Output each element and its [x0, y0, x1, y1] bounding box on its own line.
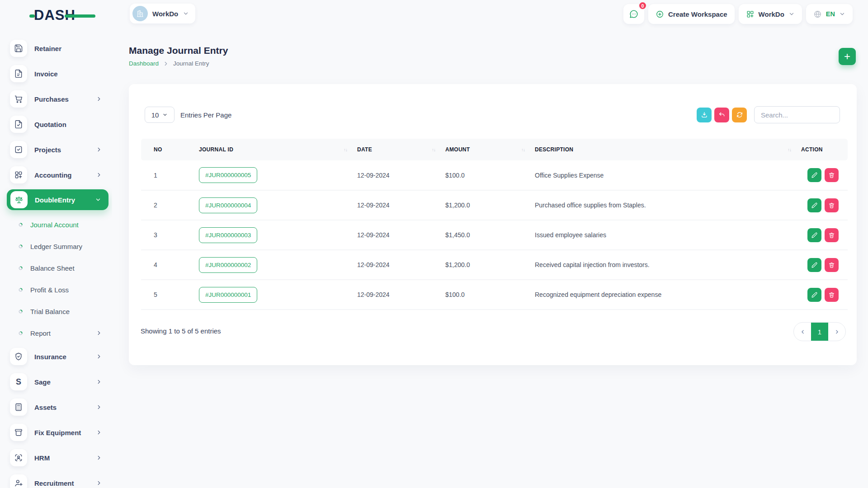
- sidebar-item-purchases[interactable]: Purchases: [0, 86, 112, 112]
- donut-icon: [18, 222, 23, 227]
- delete-button[interactable]: [825, 198, 839, 212]
- edit-button[interactable]: [807, 288, 821, 302]
- grid-plus-icon: [746, 10, 755, 19]
- sort-icon[interactable]: ↑↓: [432, 147, 435, 152]
- sidebar-item-invoice[interactable]: Invoice: [0, 61, 112, 86]
- add-journal-entry-button[interactable]: +: [839, 48, 856, 65]
- sidebar-item-label: Accounting: [34, 171, 72, 179]
- row-date: 12-09-2024: [357, 190, 445, 220]
- donut-icon: [18, 309, 23, 314]
- workspace-avatar: [132, 6, 148, 21]
- sort-icon[interactable]: ↑↓: [788, 147, 791, 152]
- table-row: 5#JUR00000000112-09-2024$100.0Recognized…: [141, 280, 848, 310]
- language-selector[interactable]: EN: [806, 4, 853, 24]
- chevron-down-icon: [788, 11, 795, 17]
- pencil-icon: [811, 262, 818, 268]
- journal-id-badge[interactable]: #JUR000000002: [199, 257, 257, 273]
- sidebar-item-accounting[interactable]: Accounting: [0, 162, 112, 188]
- column-header-journal-id[interactable]: JOURNAL ID↑↓: [199, 139, 357, 160]
- entries-per-page-select[interactable]: 10: [145, 107, 175, 123]
- sidebar-item-label: Journal Account: [30, 221, 79, 229]
- journal-id-badge[interactable]: #JUR000000005: [199, 167, 257, 183]
- sort-icon[interactable]: ↑↓: [521, 147, 525, 152]
- sidebar-item-hrm[interactable]: HRM: [0, 445, 112, 470]
- workspace-switcher[interactable]: WorkDo: [130, 4, 195, 23]
- sidebar-item-recruitment[interactable]: Recruitment: [0, 470, 112, 488]
- page-title: Manage Journal Entry: [129, 45, 228, 56]
- pagination-page-1[interactable]: 1: [811, 323, 828, 341]
- sidebar-item-retainer[interactable]: Retainer: [0, 36, 112, 61]
- chevron-right-icon: [96, 353, 102, 360]
- sidebar-item-assets[interactable]: Assets: [0, 394, 112, 420]
- journal-id-badge[interactable]: #JUR000000003: [199, 227, 257, 243]
- sidebar-item-label: Fix Equipment: [34, 429, 81, 436]
- row-no: 1: [141, 160, 199, 190]
- sidebar-item-quotation[interactable]: Quotation: [0, 112, 112, 137]
- chevron-down-icon: [95, 197, 101, 203]
- sidebar-item-ledger-summary[interactable]: Ledger Summary: [0, 235, 112, 257]
- row-date: 12-09-2024: [357, 280, 445, 310]
- sidebar-item-journal-account[interactable]: Journal Account: [0, 214, 112, 235]
- journal-entry-card: 10 Entries Per Page NOJOURNAL ID↑↓DATE↑↓…: [129, 84, 857, 365]
- journal-id-badge[interactable]: #JUR000000004: [199, 197, 257, 213]
- apps-menu-button[interactable]: WorkDo: [739, 4, 802, 24]
- sidebar-item-label: Ledger Summary: [30, 243, 82, 250]
- table-row: 2#JUR00000000412-09-2024$1,200.0Purchase…: [141, 190, 848, 220]
- chevron-right-icon: [96, 455, 102, 461]
- entries-per-page-label: Entries Per Page: [180, 111, 231, 119]
- edit-button[interactable]: [807, 168, 821, 182]
- column-header-date[interactable]: DATE↑↓: [357, 139, 445, 160]
- delete-button[interactable]: [825, 288, 839, 302]
- chat-icon: [629, 9, 639, 19]
- breadcrumb: Dashboard Journal Entry: [129, 60, 209, 67]
- breadcrumb-dashboard-link[interactable]: Dashboard: [129, 60, 159, 67]
- donut-icon: [18, 331, 23, 336]
- pagination-next-button[interactable]: [828, 323, 845, 341]
- row-amount: $1,450.0: [445, 220, 535, 250]
- delete-button[interactable]: [825, 258, 839, 272]
- trash-icon: [828, 232, 835, 239]
- edit-button[interactable]: [807, 258, 821, 272]
- download-icon: [701, 111, 708, 118]
- reset-button[interactable]: [714, 108, 729, 122]
- create-workspace-button[interactable]: Create Workspace: [648, 4, 735, 24]
- sidebar-item-fix-equipment[interactable]: Fix Equipment: [0, 420, 112, 445]
- delete-button[interactable]: [825, 228, 839, 242]
- sort-icon[interactable]: ↑↓: [344, 147, 347, 152]
- sidebar-item-profit-loss[interactable]: Profit & Loss: [0, 279, 112, 300]
- export-download-button[interactable]: [697, 108, 712, 122]
- sidebar-item-report[interactable]: Report: [0, 322, 112, 344]
- sidebar-item-sage[interactable]: SSage: [0, 369, 112, 394]
- sidebar-item-label: DoubleEntry: [35, 196, 75, 204]
- sidebar-item-label: Report: [30, 329, 51, 337]
- sidebar-item-doubleentry[interactable]: DoubleEntry: [7, 189, 108, 210]
- sidebar-item-insurance[interactable]: Insurance: [0, 344, 112, 369]
- sidebar-item-label: Profit & Loss: [30, 286, 69, 294]
- column-header-amount[interactable]: AMOUNT↑↓: [445, 139, 535, 160]
- refresh-button[interactable]: [732, 108, 747, 122]
- chevron-right-icon: [163, 61, 169, 67]
- edit-button[interactable]: [807, 228, 821, 242]
- pagination-prev-button[interactable]: [794, 323, 811, 341]
- sidebar-item-balance-sheet[interactable]: Balance Sheet: [0, 257, 112, 279]
- app-logo[interactable]: DASH: [34, 7, 97, 25]
- row-description: Received capital injection from investor…: [535, 250, 801, 280]
- assets-icon: [14, 403, 23, 412]
- search-input[interactable]: [754, 106, 840, 123]
- sidebar-item-trial-balance[interactable]: Trial Balance: [0, 300, 112, 322]
- journal-id-badge[interactable]: #JUR000000001: [199, 287, 257, 303]
- retainer-icon: [14, 44, 23, 53]
- column-header-description[interactable]: DESCRIPTION↑↓: [535, 139, 801, 160]
- trash-icon: [828, 202, 835, 209]
- delete-button[interactable]: [825, 168, 839, 182]
- donut-icon: [18, 287, 23, 292]
- sidebar-item-projects[interactable]: Projects: [0, 137, 112, 162]
- row-no: 2: [141, 190, 199, 220]
- edit-button[interactable]: [807, 198, 821, 212]
- row-no: 3: [141, 220, 199, 250]
- globe-icon: [813, 10, 822, 19]
- sage-letter-icon: S: [16, 377, 21, 387]
- messages-button[interactable]: 0: [623, 4, 644, 24]
- pencil-icon: [811, 172, 818, 178]
- sidebar-item-label: Insurance: [34, 353, 66, 361]
